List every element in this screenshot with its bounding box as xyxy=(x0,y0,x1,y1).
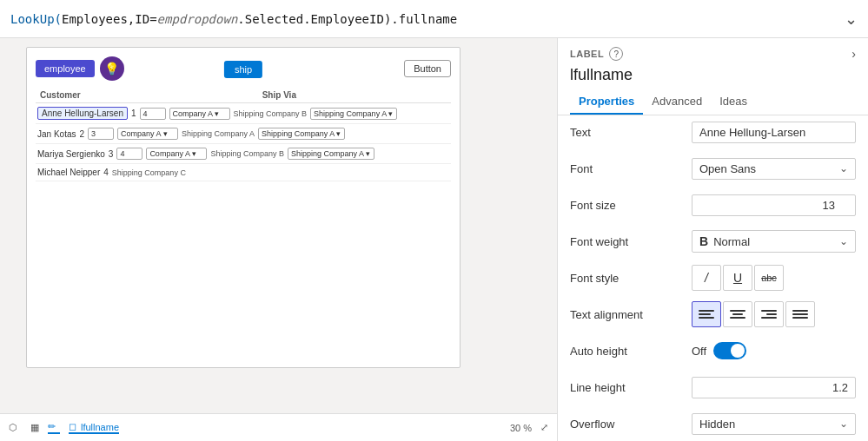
font-size-input[interactable] xyxy=(692,194,856,216)
font-size-value-container xyxy=(692,194,856,216)
main-area: employee 💡 ship Button Customer Ship Via xyxy=(0,38,868,441)
align-center-button[interactable] xyxy=(723,301,752,327)
formula-chevron-icon[interactable]: ⌄ xyxy=(845,10,858,29)
font-select-text: Open Sans xyxy=(699,162,756,175)
align-line3 xyxy=(792,317,808,319)
font-weight-select[interactable]: B Normal ⌄ xyxy=(692,230,856,253)
row1-ship-label: Shipping Company B xyxy=(234,109,308,118)
font-weight-value-container: B Normal ⌄ xyxy=(692,230,856,253)
align-justify-icon xyxy=(790,307,811,321)
align-right-icon xyxy=(759,307,779,321)
row1-ship-select[interactable]: Shipping Company A ▾ xyxy=(310,108,397,120)
button-control[interactable]: Button xyxy=(404,60,451,77)
prop-text: Text xyxy=(558,115,868,148)
canvas-table: Customer Ship Via Anne Hellung-Larsen 1 xyxy=(36,88,451,181)
tab-advanced[interactable]: Advanced xyxy=(643,89,711,115)
panel-tabs: Properties Advanced Ideas xyxy=(558,89,868,115)
line-height-label: Line height xyxy=(570,381,692,394)
align-line1 xyxy=(699,310,714,312)
align-line3 xyxy=(730,317,745,319)
edit-icon: ✏ xyxy=(48,421,56,432)
overflow-select-text: Hidden xyxy=(699,418,735,431)
tab-properties[interactable]: Properties xyxy=(570,89,643,115)
prop-overflow: Overflow Hidden ⌄ xyxy=(558,407,868,440)
toolbar-item-grid[interactable]: ▦ xyxy=(30,422,39,433)
overflow-label: Overflow xyxy=(570,418,692,431)
table-row: Michael Neipper 4 Shipping Company C xyxy=(36,164,451,181)
font-chevron-icon: ⌄ xyxy=(839,162,848,174)
overflow-chevron-icon: ⌄ xyxy=(839,418,848,430)
formula-fn: LookUp( xyxy=(10,12,62,26)
strikethrough-button[interactable]: abc xyxy=(754,265,784,291)
align-left-button[interactable] xyxy=(692,301,721,327)
right-panel: LABEL ? › lfullname Properties Advanced … xyxy=(557,38,868,441)
prop-font-size: Font size xyxy=(558,188,868,221)
auto-height-toggle[interactable] xyxy=(713,342,746,359)
prop-font-style: Font style / U abc xyxy=(558,261,868,294)
font-value-container: Open Sans ⌄ xyxy=(692,158,856,180)
grid-icon: ▦ xyxy=(30,422,39,433)
row1-name: Anne Hellung-Larsen xyxy=(37,107,128,120)
row2-name: Jan Kotas xyxy=(37,129,76,139)
panel-header: LABEL ? › xyxy=(558,38,868,64)
formula-italic: empdropdown xyxy=(157,12,238,26)
bold-icon: B xyxy=(699,234,708,248)
toggle-knob xyxy=(731,344,745,358)
fullscreen-icon[interactable]: ⤢ xyxy=(540,422,548,433)
prop-font: Font Open Sans ⌄ xyxy=(558,152,868,185)
overflow-select[interactable]: Hidden ⌄ xyxy=(692,413,856,435)
prop-auto-height: Auto height Off xyxy=(558,334,868,367)
align-left-icon xyxy=(696,307,717,321)
control-icon: ◻ xyxy=(69,421,76,432)
font-size-label: Font size xyxy=(570,199,692,212)
ship-button[interactable]: ship xyxy=(224,61,262,78)
row4-ship-label: Shipping Company C xyxy=(112,168,186,177)
formula-args: Employees,ID= xyxy=(62,12,157,26)
text-label: Text xyxy=(570,126,692,139)
table-row: Mariya Sergienko 3 4 Company A ▾ Shippin… xyxy=(36,144,451,164)
row3-sub: 4 xyxy=(116,148,142,160)
formula-bar: LookUp(Employees,ID=empdropdown.Selected… xyxy=(0,0,868,38)
auto-height-toggle-container: Off xyxy=(692,342,746,359)
toolbar-item-edit[interactable]: ✏ xyxy=(48,421,60,434)
align-line3 xyxy=(761,317,777,319)
control-name: lfullname xyxy=(81,422,119,432)
align-line2 xyxy=(732,313,743,315)
font-weight-label: Font weight xyxy=(570,235,692,248)
formula-text: LookUp(Employees,ID=empdropdown.Selected… xyxy=(10,12,845,26)
font-select[interactable]: Open Sans ⌄ xyxy=(692,158,856,180)
font-weight-chevron-icon: ⌄ xyxy=(839,235,848,247)
align-justify-button[interactable] xyxy=(785,301,815,327)
row2-ship-label: Shipping Company A xyxy=(182,129,255,138)
text-input[interactable] xyxy=(692,122,856,143)
canvas-card-inner: employee 💡 ship Button Customer Ship Via xyxy=(27,48,460,190)
row2-customer-select[interactable]: Company A ▾ xyxy=(117,128,178,140)
align-right-button[interactable] xyxy=(754,301,784,327)
align-center-icon xyxy=(727,307,748,321)
panel-label: LABEL xyxy=(570,49,604,59)
align-line2 xyxy=(792,313,808,315)
panel-expand-icon[interactable]: › xyxy=(851,47,856,61)
employee-badge: employee xyxy=(36,60,95,77)
italic-button[interactable]: / xyxy=(692,265,721,291)
underline-button[interactable]: U xyxy=(723,265,752,291)
table-row: Anne Hellung-Larsen 1 4 Company A ▾ Ship… xyxy=(36,103,451,124)
row2-ship-select[interactable]: Shipping Company A ▾ xyxy=(258,128,345,140)
tab-ideas[interactable]: Ideas xyxy=(711,89,756,115)
bottom-toolbar: ⬡ ▦ ✏ ◻ lfullname 30 % ⤢ xyxy=(0,413,557,441)
line-height-input[interactable] xyxy=(692,377,856,398)
auto-height-value-container: Off xyxy=(692,342,856,359)
text-alignment-label: Text alignment xyxy=(570,308,692,321)
font-label: Font xyxy=(570,162,692,175)
bulb-icon[interactable]: 💡 xyxy=(100,56,124,81)
panel-control-name: lfullname xyxy=(558,64,868,89)
table-row: Jan Kotas 2 3 Company A ▾ Shipping Compa… xyxy=(36,124,451,144)
row1-customer-select[interactable]: Company A ▾ xyxy=(169,108,230,120)
row1-num: 1 xyxy=(131,109,136,118)
help-icon[interactable]: ? xyxy=(609,47,623,61)
row3-ship-select[interactable]: Shipping Company A ▾ xyxy=(288,148,374,160)
toolbar-item-frame[interactable]: ⬡ xyxy=(9,422,22,433)
row3-customer-select[interactable]: Company A ▾ xyxy=(146,148,207,160)
toolbar-item-lfullname[interactable]: ◻ lfullname xyxy=(69,421,119,434)
canvas-card: employee 💡 ship Button Customer Ship Via xyxy=(26,47,461,368)
